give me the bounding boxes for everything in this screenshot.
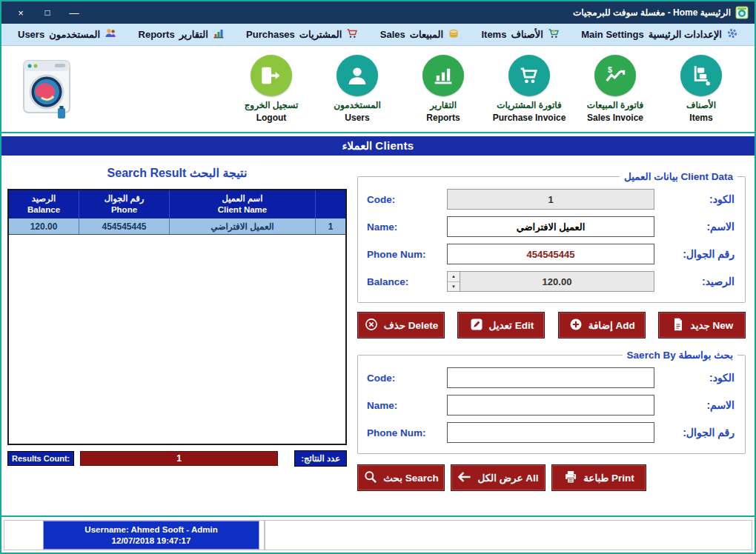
action-buttons-row: حذف Delete تعديل Edit إضافة Add جديد New bbox=[357, 312, 746, 338]
name-field-row: Name: الاسم: bbox=[367, 216, 735, 237]
new-button-label: جديد New bbox=[691, 319, 734, 331]
search-icon bbox=[363, 470, 378, 487]
reports-label-en: Reports bbox=[426, 113, 460, 123]
search-button-label: بحث Search bbox=[383, 472, 439, 484]
app-logo bbox=[13, 55, 79, 123]
menu-settings-label-ar: الإعدادات الرئيسية bbox=[649, 29, 722, 40]
purchase-invoice-button[interactable]: فاتورة المشتريات Purchase Invoice bbox=[495, 55, 563, 123]
handtruck-icon bbox=[680, 55, 722, 96]
sales-icon bbox=[448, 27, 460, 41]
name-label-en: Name: bbox=[367, 221, 438, 233]
phone-label-ar: رقم الجوال: bbox=[663, 248, 735, 260]
print-button[interactable]: طباعة Print bbox=[551, 464, 646, 491]
search-code-input[interactable] bbox=[447, 367, 654, 388]
spinner-up-button[interactable]: ▲ bbox=[448, 272, 460, 282]
username-text: Username: Ahmed Sooft - Admin bbox=[84, 525, 217, 534]
purchases-icon bbox=[346, 27, 358, 41]
results-count-value: 1 bbox=[80, 451, 278, 466]
phone-header-en: Phone bbox=[111, 204, 137, 216]
column-header-id[interactable] bbox=[316, 190, 345, 218]
phone-field-row: Phone Num: رقم الجوال: bbox=[367, 244, 735, 264]
items-icon bbox=[548, 27, 560, 41]
menu-purchases-label-ar: المشتريات bbox=[299, 29, 342, 40]
search-name-input[interactable] bbox=[447, 395, 654, 416]
search-name-label-en: Name: bbox=[367, 400, 438, 411]
sales-invoice-label-ar: فاتورة المبيعات bbox=[587, 100, 643, 110]
items-button[interactable]: الأصناف Items bbox=[667, 55, 735, 123]
show-all-button[interactable]: عرض الكل All bbox=[451, 464, 546, 491]
column-header-client-name[interactable]: اسم العميل Client Name bbox=[170, 190, 316, 218]
code-label-ar: الكود: bbox=[663, 193, 735, 205]
delete-button[interactable]: حذف Delete bbox=[357, 312, 445, 338]
toolbar: تسجيل الخروج Logout المستخدمون Users الت… bbox=[1, 46, 755, 133]
logout-label-en: Logout bbox=[256, 113, 287, 123]
reports-button[interactable]: التقارير Reports bbox=[409, 55, 477, 123]
minimize-button[interactable]: — bbox=[61, 1, 87, 24]
row-balance-cell: 120.00 bbox=[9, 218, 79, 234]
row-id-cell: 1 bbox=[316, 218, 345, 234]
menubar: Users المستخدمون Reports التقارير Purcha… bbox=[1, 24, 755, 46]
add-button-label: إضافة Add bbox=[588, 319, 635, 331]
edit-button[interactable]: تعديل Edit bbox=[457, 312, 545, 338]
logout-button[interactable]: تسجيل الخروج Logout bbox=[237, 55, 305, 123]
column-header-balance[interactable]: الرصيد Balance bbox=[9, 190, 79, 218]
logout-label-ar: تسجيل الخروج bbox=[245, 100, 299, 110]
sales-invoice-label-en: Sales Invoice bbox=[587, 113, 643, 123]
statusbar-inner: Username: Ahmed Sooft - Admin 12/07/2018… bbox=[4, 520, 752, 550]
phone-label-en: Phone Num: bbox=[367, 249, 438, 260]
reports-icon bbox=[213, 27, 225, 41]
menu-item-items[interactable]: Items الأصناف bbox=[481, 27, 559, 41]
new-document-icon bbox=[671, 317, 686, 334]
edit-icon bbox=[469, 317, 484, 334]
users-button[interactable]: المستخدمون Users bbox=[323, 55, 391, 123]
name-input[interactable] bbox=[447, 216, 654, 237]
status-divider bbox=[264, 521, 265, 550]
name-label-ar: الاسم: bbox=[663, 221, 735, 233]
sales-invoice-button[interactable]: $ فاتورة المبيعات Sales Invoice bbox=[581, 55, 649, 123]
menu-item-reports[interactable]: Reports التقارير bbox=[139, 27, 225, 41]
purchase-invoice-label-en: Purchase Invoice bbox=[493, 113, 566, 123]
search-by-group: Saerch By بحث بواسطة Code: الكود: Name: … bbox=[357, 355, 746, 454]
code-input[interactable] bbox=[447, 189, 654, 210]
app-window: × □ — الرئيسية Home - مغسلة سوفت للبرمجي… bbox=[0, 0, 756, 554]
statusbar: Username: Ahmed Sooft - Admin 12/07/2018… bbox=[1, 517, 755, 553]
menu-sales-label-ar: المبيعات bbox=[410, 29, 443, 40]
search-code-field-row: Code: الكود: bbox=[367, 367, 735, 388]
search-code-label-en: Code: bbox=[367, 373, 438, 384]
close-button[interactable]: × bbox=[7, 1, 34, 24]
menu-item-purchases[interactable]: Purchases المشتريات bbox=[246, 27, 358, 41]
menu-item-sales[interactable]: Sales المبيعات bbox=[380, 27, 460, 41]
balance-stepper[interactable]: ▲ ▼ 120.00 bbox=[447, 271, 654, 292]
search-button[interactable]: بحث Search bbox=[357, 464, 445, 491]
app-icon bbox=[735, 6, 749, 19]
search-name-field-row: Name: الاسم: bbox=[367, 395, 735, 416]
search-buttons-row: بحث Search عرض الكل All طباعة Print bbox=[357, 464, 746, 491]
delete-icon bbox=[364, 317, 379, 334]
maximize-button[interactable]: □ bbox=[34, 1, 61, 24]
menu-items-label-en: Items bbox=[481, 29, 506, 40]
phone-input[interactable] bbox=[447, 244, 654, 264]
delete-button-label: حذف Delete bbox=[384, 319, 439, 331]
table-row[interactable]: 120.00 454545445 العميل الافتراضي 1 bbox=[9, 218, 345, 235]
search-phone-input[interactable] bbox=[447, 422, 654, 443]
print-button-label: طباعة Print bbox=[583, 472, 634, 484]
add-button[interactable]: إضافة Add bbox=[558, 312, 646, 338]
balance-label-en: Balance: bbox=[367, 276, 438, 287]
new-button[interactable]: جديد New bbox=[658, 312, 746, 338]
balance-header-en: Balance bbox=[27, 204, 60, 216]
reports-label-ar: التقارير bbox=[430, 100, 457, 110]
menu-reports-label-ar: التقارير bbox=[179, 29, 208, 40]
edit-button-label: تعديل Edit bbox=[489, 319, 534, 331]
arrow-left-icon bbox=[457, 470, 472, 487]
menu-item-users[interactable]: Users المستخدمون bbox=[18, 27, 116, 41]
balance-label-ar: الرصيد: bbox=[663, 276, 735, 287]
cart-icon bbox=[508, 55, 550, 96]
page-title: العملاء Clients bbox=[1, 136, 755, 156]
user-icon bbox=[336, 55, 378, 96]
results-count-label-en: Results Count: bbox=[7, 451, 74, 466]
search-result-heading: Search Result نتيجة البحث bbox=[7, 166, 347, 180]
menu-item-main-settings[interactable]: Main Settings الإعدادات الرئيسية bbox=[581, 27, 738, 41]
spinner-down-button[interactable]: ▼ bbox=[448, 282, 460, 292]
column-header-phone[interactable]: رقم الجوال Phone bbox=[79, 190, 170, 218]
client-data-group-label: بيانات العميل Client Data bbox=[620, 170, 737, 182]
